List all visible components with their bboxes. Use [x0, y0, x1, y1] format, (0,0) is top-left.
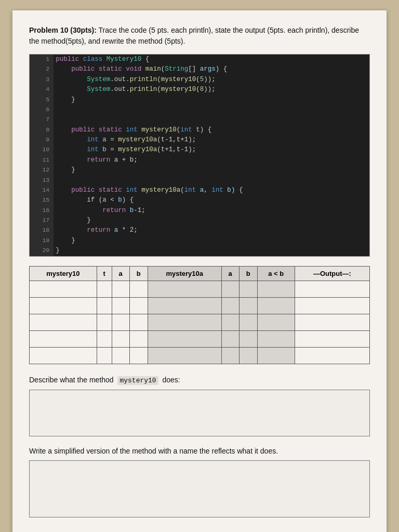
cell[interactable]	[97, 314, 112, 330]
code-line: 12 }	[30, 165, 369, 175]
cell[interactable]	[148, 330, 221, 347]
cell[interactable]	[148, 314, 221, 330]
token: -1;	[134, 207, 145, 214]
cell[interactable]	[221, 347, 239, 364]
cell[interactable]	[112, 330, 129, 347]
describe-answer-box[interactable]	[29, 390, 370, 436]
header-output: —Output—:	[295, 266, 369, 281]
cell[interactable]	[148, 281, 221, 297]
token: []	[188, 65, 200, 73]
token	[56, 146, 87, 153]
code-line: 17 }	[30, 216, 369, 225]
cell[interactable]	[295, 297, 369, 314]
cell[interactable]	[30, 314, 97, 330]
cell[interactable]	[239, 330, 257, 347]
cell[interactable]	[257, 297, 295, 314]
token: System	[87, 86, 110, 93]
line-number: 9	[30, 135, 54, 145]
cell[interactable]	[30, 281, 97, 297]
line-number: 17	[30, 216, 54, 225]
line-code: int a = mystery10a(t-1,t+1);	[54, 135, 369, 145]
table-row	[30, 281, 370, 297]
cell[interactable]	[112, 281, 129, 297]
token: b	[227, 187, 231, 194]
cell[interactable]	[239, 347, 257, 364]
line-number: 14	[30, 185, 54, 195]
cell[interactable]	[257, 314, 295, 330]
line-number: 10	[30, 145, 54, 155]
token: main	[145, 65, 161, 73]
token: {	[141, 56, 149, 63]
cell[interactable]	[129, 330, 148, 347]
cell[interactable]	[148, 347, 221, 364]
cell[interactable]	[295, 314, 369, 330]
cell[interactable]	[112, 297, 129, 314]
cell[interactable]	[148, 297, 221, 314]
token: public static	[56, 126, 126, 134]
line-code	[54, 105, 369, 115]
header-b2: b	[239, 266, 257, 281]
token: mystery10	[161, 86, 196, 93]
token: }	[56, 217, 91, 224]
cell[interactable]	[129, 281, 148, 297]
cell[interactable]	[295, 347, 369, 364]
cell[interactable]	[97, 330, 112, 347]
line-number: 15	[30, 195, 54, 205]
line-code: public static int mystery10(int t) {	[54, 125, 369, 135]
cell[interactable]	[30, 330, 97, 347]
cell[interactable]	[221, 297, 239, 314]
cell[interactable]	[257, 347, 295, 364]
cell[interactable]	[97, 347, 112, 364]
token: (	[196, 86, 200, 93]
line-code: public static void main(String[] args) {	[54, 64, 369, 74]
line-number: 11	[30, 155, 54, 165]
cell[interactable]	[30, 347, 97, 364]
line-code: public class Mystery10 {	[54, 55, 369, 64]
cell[interactable]	[112, 347, 129, 364]
cell[interactable]	[221, 330, 239, 347]
cell[interactable]	[295, 330, 369, 347]
token: a	[102, 136, 107, 143]
cell[interactable]	[239, 314, 257, 330]
token: int	[87, 136, 102, 143]
cell[interactable]	[257, 281, 295, 297]
write-answer-box[interactable]	[29, 460, 370, 517]
line-number: 20	[30, 246, 54, 256]
cell[interactable]	[221, 281, 239, 297]
cell[interactable]	[129, 297, 148, 314]
cell[interactable]	[257, 330, 295, 347]
code-line: 7	[30, 115, 369, 125]
token: return	[56, 207, 130, 214]
token: ));	[204, 76, 216, 83]
cell[interactable]	[129, 314, 148, 330]
cell[interactable]	[239, 281, 257, 297]
line-number: 8	[30, 125, 54, 135]
token: a + b;	[114, 156, 138, 164]
code-line: 11 return a + b;	[30, 155, 369, 165]
cell[interactable]	[239, 297, 257, 314]
token: int	[180, 126, 196, 134]
token: println	[130, 76, 157, 83]
token: .out.	[110, 76, 130, 83]
cell[interactable]	[295, 281, 369, 297]
token: int	[211, 187, 227, 194]
cell[interactable]	[112, 314, 129, 330]
cell[interactable]	[129, 347, 148, 364]
line-code: }	[54, 95, 369, 105]
token: mystery10	[161, 76, 196, 83]
code-line: 18 return a * 2;	[30, 225, 369, 235]
header-b: b	[129, 266, 148, 281]
cell[interactable]	[221, 314, 239, 330]
line-code: }	[54, 246, 369, 256]
token: (t-1,t+1);	[157, 136, 196, 143]
token: return	[56, 156, 114, 164]
cell[interactable]	[30, 297, 97, 314]
line-number: 1	[30, 55, 54, 64]
cell[interactable]	[97, 281, 112, 297]
code-line: 20}	[30, 246, 369, 256]
token	[56, 86, 87, 93]
code-line: 4 System.out.println(mystery10(8));	[30, 85, 369, 95]
code-line: 3 System.out.println(mystery10(5));	[30, 75, 369, 85]
token: }	[56, 96, 75, 103]
cell[interactable]	[97, 297, 112, 314]
